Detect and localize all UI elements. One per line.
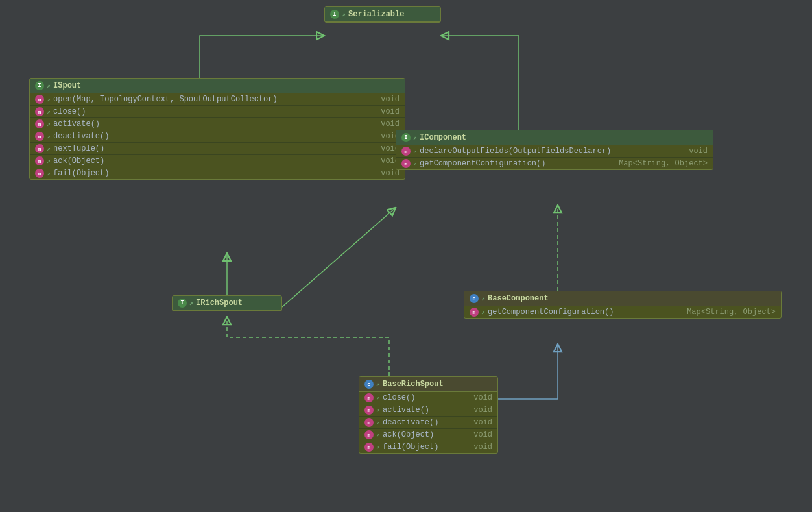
ispout-box: I ↗ ISpout m ↗ open(Map, TopologyContext…	[29, 78, 405, 180]
serializable-box: I ↗ Serializable	[324, 6, 441, 23]
ispout-method-fail: m ↗ fail(Object) void	[30, 167, 405, 179]
basecomponent-box: C ↗ BaseComponent m ↗ getComponentConfig…	[464, 291, 782, 319]
basecomponent-header: C ↗ BaseComponent	[464, 291, 781, 306]
icomponent-method-declare: m ↗ declareOutputFields(OutputFieldsDecl…	[396, 145, 713, 158]
ispout-method-open: m ↗ open(Map, TopologyContext, SpoutOutp…	[30, 93, 405, 106]
ispout-method-close: m ↗ close() void	[30, 106, 405, 118]
basecomponent-link-icon: ↗	[481, 295, 485, 302]
baserichspout-title: BaseRichSpout	[383, 380, 444, 389]
icomponent-method-getconfig: m ↗ getComponentConfiguration() Map<Stri…	[396, 158, 713, 169]
irichspout-badge: I	[178, 299, 187, 308]
serializable-title: Serializable	[348, 10, 404, 19]
ispout-method-deactivate: m ↗ deactivate() void	[30, 130, 405, 143]
irichspout-link-icon: ↗	[189, 299, 193, 307]
basecomponent-badge: C	[470, 294, 479, 303]
irichspout-title: IRichSpout	[196, 299, 243, 308]
baserichspout-method-ack: m ↗ ack(Object) void	[359, 429, 497, 441]
basecomponent-method-getconfig: m ↗ getComponentConfiguration() Map<Stri…	[464, 306, 781, 318]
baserichspout-badge: C	[364, 380, 374, 389]
icomponent-link-icon: ↗	[413, 134, 417, 141]
baserichspout-to-irichspout-arrow	[227, 317, 389, 376]
ispout-link-icon: ↗	[47, 82, 51, 90]
baserichspout-link-icon: ↗	[376, 380, 380, 388]
irichspout-header: I ↗ IRichSpout	[173, 296, 281, 311]
serializable-badge: I	[330, 10, 339, 19]
baserichspout-method-activate: m ↗ activate() void	[359, 404, 497, 417]
baserichspout-method-close: m ↗ close() void	[359, 392, 497, 404]
icomponent-to-serializable-arrow	[441, 36, 519, 130]
ispout-method-nexttuple: m ↗ nextTuple() void	[30, 143, 405, 155]
basecomponent-title: BaseComponent	[488, 294, 549, 303]
ispout-header: I ↗ ISpout	[30, 79, 405, 93]
icomponent-badge: I	[401, 133, 411, 142]
serializable-header: I ↗ Serializable	[325, 7, 440, 22]
ispout-title: ISpout	[53, 81, 81, 90]
ispout-method-ack: m ↗ ack(Object) void	[30, 155, 405, 167]
icomponent-title: IComponent	[420, 133, 466, 142]
irichspout-to-icomponent-arrow	[282, 208, 396, 307]
icomponent-box: I ↗ IComponent m ↗ declareOutputFields(O…	[396, 130, 713, 170]
serializable-link-icon: ↗	[342, 10, 346, 18]
baserichspout-header: C ↗ BaseRichSpout	[359, 377, 497, 392]
baserichspout-method-deactivate: m ↗ deactivate() void	[359, 417, 497, 429]
baserichspout-method-fail: m ↗ fail(Object) void	[359, 441, 497, 453]
irichspout-box: I ↗ IRichSpout	[172, 295, 282, 311]
icomponent-header: I ↗ IComponent	[396, 130, 713, 145]
baserichspout-box: C ↗ BaseRichSpout m ↗ close() void m ↗ a…	[359, 376, 498, 454]
ispout-badge: I	[35, 81, 44, 90]
ispout-method-activate: m ↗ activate() void	[30, 118, 405, 130]
ispout-to-serializable-arrow	[200, 36, 324, 78]
